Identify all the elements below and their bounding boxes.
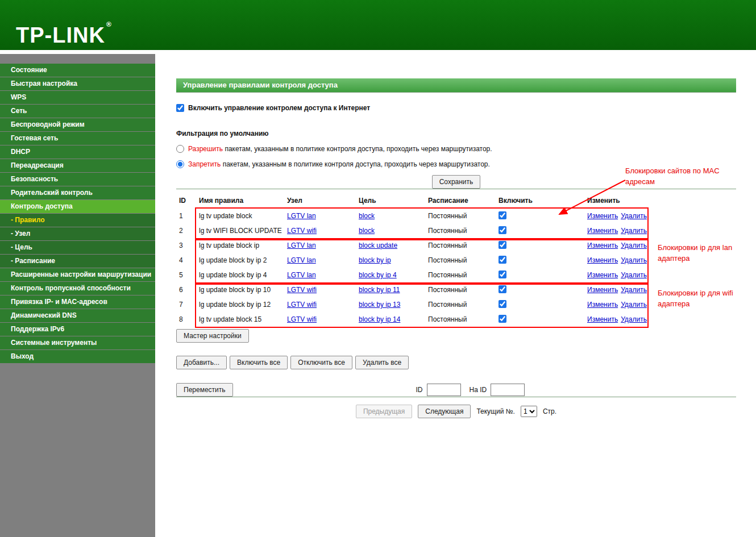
sidebar-item-8[interactable]: Безопасность: [0, 173, 155, 186]
sidebar-item-11[interactable]: - Правило: [0, 214, 155, 227]
rule-enabled-checkbox[interactable]: [499, 241, 506, 249]
edit-rule-link[interactable]: Изменить: [587, 271, 618, 279]
rule-enabled-checkbox[interactable]: [499, 315, 506, 323]
rule-schedule: Постоянный: [425, 286, 495, 294]
edit-rule-link[interactable]: Изменить: [587, 286, 618, 294]
rule-name: lg tv update block: [196, 212, 284, 220]
edit-rule-link[interactable]: Изменить: [587, 227, 618, 235]
rule-id: 7: [176, 301, 196, 309]
pagination: Предыдущая Следующая Текущий №. 1 Стр.: [176, 405, 736, 418]
delete-rule-link[interactable]: Удалить: [621, 212, 647, 220]
target-link[interactable]: block by ip 4: [359, 271, 397, 279]
sidebar-menu: СостояниеБыстрая настройкаWPSСетьБеспров…: [0, 54, 155, 537]
rule-enable-cell: [495, 270, 584, 280]
action-button-2[interactable]: Отключить все: [290, 356, 352, 369]
next-page-button[interactable]: Следующая: [418, 405, 471, 418]
sidebar-item-2[interactable]: WPS: [0, 91, 155, 104]
rule-enable-cell: [495, 241, 584, 251]
edit-rule-link[interactable]: Изменить: [587, 315, 618, 323]
delete-rule-link[interactable]: Удалить: [621, 315, 647, 323]
enable-access-control-checkbox[interactable]: [176, 104, 184, 112]
logo-text: TP-LINK: [16, 23, 105, 47]
sidebar-item-18[interactable]: Динамический DNS: [0, 309, 155, 322]
rule-enabled-checkbox[interactable]: [499, 256, 506, 264]
target-link[interactable]: block: [359, 227, 375, 235]
host-link[interactable]: LGTV wifi: [287, 286, 317, 294]
filter-allow-rest: пакетам, указанным в политике контроля д…: [223, 145, 492, 153]
sidebar-item-10[interactable]: Контроль доступа: [0, 200, 155, 213]
host-link[interactable]: LGTV wifi: [287, 315, 317, 323]
target-link[interactable]: block by ip 13: [359, 301, 400, 309]
delete-rule-link[interactable]: Удалить: [621, 286, 647, 294]
action-button-3[interactable]: Удалить все: [355, 356, 409, 369]
enable-access-control-label: Включить управление контролем доступа к …: [188, 104, 370, 112]
rule-id: 2: [176, 227, 196, 235]
delete-rule-link[interactable]: Удалить: [621, 256, 647, 264]
rule-name: lg tv WIFI BLOCK UPDATE: [196, 227, 284, 235]
sidebar-item-13[interactable]: - Цель: [0, 241, 155, 254]
sidebar-item-3[interactable]: Сеть: [0, 105, 155, 118]
delete-rule-link[interactable]: Удалить: [621, 242, 647, 249]
sidebar-item-14[interactable]: - Расписание: [0, 255, 155, 268]
delete-rule-link[interactable]: Удалить: [621, 227, 647, 235]
table-row: 7lg update block by ip 12LGTV wifiblock …: [176, 297, 736, 312]
sidebar-item-12[interactable]: - Узел: [0, 227, 155, 240]
setup-wizard-button[interactable]: Мастер настройки: [176, 329, 249, 343]
action-button-1[interactable]: Включить все: [230, 356, 288, 369]
sidebar-item-7[interactable]: Переадресация: [0, 159, 155, 172]
rule-host-cell: LGTV lan: [284, 256, 356, 264]
sidebar-item-15[interactable]: Расширенные настройки маршрутизации: [0, 268, 155, 281]
divider-top: [176, 92, 736, 93]
edit-rule-link[interactable]: Изменить: [587, 301, 618, 309]
target-link[interactable]: block: [359, 212, 375, 220]
delete-rule-link[interactable]: Удалить: [621, 271, 647, 279]
sidebar-item-19[interactable]: Поддержка IPv6: [0, 323, 155, 336]
sidebar-item-9[interactable]: Родительский контроль: [0, 186, 155, 199]
sidebar-item-20[interactable]: Системные инструменты: [0, 336, 155, 349]
prev-page-button[interactable]: Предыдущая: [356, 405, 412, 418]
edit-rule-link[interactable]: Изменить: [587, 256, 618, 264]
sidebar-item-16[interactable]: Контроль пропускной способности: [0, 282, 155, 295]
edit-rule-link[interactable]: Изменить: [587, 212, 618, 220]
rule-id: 4: [176, 256, 196, 264]
rule-enabled-checkbox[interactable]: [499, 300, 506, 308]
filter-radio-allow[interactable]: [176, 145, 184, 153]
target-link[interactable]: block update: [359, 242, 397, 249]
filter-radio-deny[interactable]: [176, 160, 184, 168]
move-button[interactable]: Переместить: [176, 383, 233, 397]
rule-enabled-checkbox[interactable]: [499, 270, 506, 278]
host-link[interactable]: LGTV wifi: [287, 301, 317, 309]
rule-enabled-checkbox[interactable]: [499, 285, 506, 293]
sidebar-item-5[interactable]: Гостевая сеть: [0, 132, 155, 145]
rule-id: 5: [176, 271, 196, 279]
move-to-input[interactable]: [491, 384, 525, 396]
sidebar-item-1[interactable]: Быстрая настройка: [0, 77, 155, 90]
host-link[interactable]: LGTV wifi: [287, 227, 317, 235]
page-suffix-label: Стр.: [543, 407, 556, 415]
target-link[interactable]: block by ip: [359, 256, 391, 264]
rule-enabled-checkbox[interactable]: [499, 226, 506, 234]
sidebar-item-4[interactable]: Беспроводной режим: [0, 118, 155, 131]
table-row: 3lg tv update block ipLGTV lanblock upda…: [176, 238, 736, 253]
sidebar-item-21[interactable]: Выход: [0, 350, 155, 363]
move-id-input[interactable]: [427, 384, 461, 396]
sidebar-item-17[interactable]: Привязка IP- и MAC-адресов: [0, 295, 155, 309]
delete-rule-link[interactable]: Удалить: [621, 301, 647, 309]
registered-mark: ®: [106, 20, 112, 28]
host-link[interactable]: LGTV lan: [287, 271, 316, 279]
action-button-0[interactable]: Добавить...: [176, 356, 227, 369]
rule-enabled-checkbox[interactable]: [499, 211, 506, 219]
save-button[interactable]: Сохранить: [432, 175, 481, 189]
host-link[interactable]: LGTV lan: [287, 256, 316, 264]
host-link[interactable]: LGTV lan: [287, 212, 316, 220]
target-link[interactable]: block by ip 11: [359, 286, 400, 294]
host-link[interactable]: LGTV lan: [287, 242, 316, 249]
page-select[interactable]: 1: [521, 406, 537, 417]
page-title: Управление правилами контроля доступа: [176, 78, 736, 92]
divider-bottom: [176, 397, 736, 397]
sidebar-item-0[interactable]: Состояние: [0, 64, 155, 77]
rule-schedule: Постоянный: [425, 315, 495, 323]
edit-rule-link[interactable]: Изменить: [587, 242, 618, 249]
target-link[interactable]: block by ip 14: [359, 315, 400, 323]
sidebar-item-6[interactable]: DHCP: [0, 145, 155, 159]
